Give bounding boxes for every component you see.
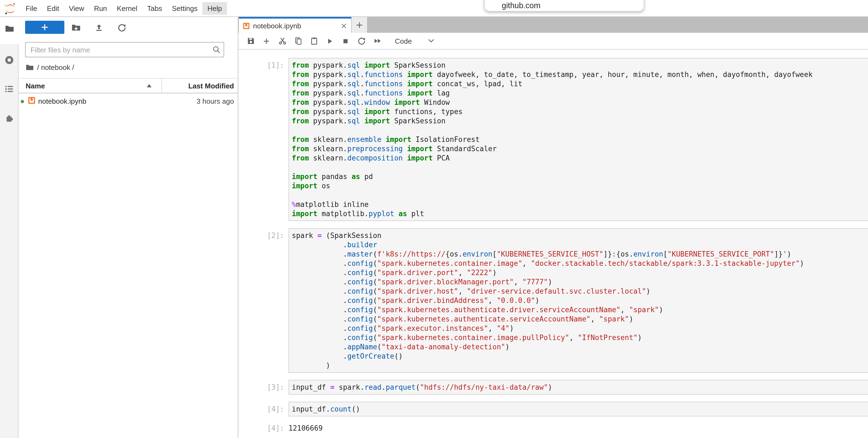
- extension-icon[interactable]: [4, 113, 14, 123]
- menu-kernel[interactable]: Kernel: [112, 2, 142, 14]
- code-line: .config("spark.kubernetes.authenticate.s…: [292, 314, 868, 324]
- code-line: .master(f'k8s://https://{os.environ["KUB…: [292, 250, 868, 259]
- breadcrumb-path: / notebook /: [37, 63, 74, 71]
- restart-run-all-button[interactable]: [369, 34, 385, 48]
- code-line: from pyspark.sql.window import Window: [292, 98, 868, 107]
- close-icon[interactable]: [340, 22, 347, 29]
- code-line: from pyspark.sql import SparkSession: [292, 61, 868, 70]
- tab-bar: notebook.ipynb: [238, 17, 868, 33]
- cell-type-value: Code: [395, 37, 412, 45]
- menu-help[interactable]: Help: [203, 2, 227, 14]
- add-cell-button[interactable]: [258, 34, 274, 48]
- code-line: .config("spark.executor.instances", "4"): [292, 324, 868, 333]
- code-line: .config("spark.driver.blockManager.port"…: [292, 277, 868, 287]
- cell-output: [4]:12106669: [238, 424, 868, 433]
- menu-run[interactable]: Run: [89, 2, 112, 14]
- cell-editor[interactable]: input_df.count(): [288, 402, 868, 416]
- dock-panel: notebook.ipynb: [238, 17, 868, 438]
- new-tab-button[interactable]: [352, 17, 367, 33]
- main-area: / notebook / Name Last Modified notebook…: [0, 17, 868, 438]
- code-line: .config("spark.kubernetes.authenticate.d…: [292, 305, 868, 314]
- folder-icon: [4, 24, 14, 33]
- code-line: [292, 125, 868, 135]
- save-button[interactable]: [243, 34, 258, 48]
- cell-input-prompt: [4]:: [238, 402, 288, 416]
- cell-editor[interactable]: from pyspark.sql import SparkSessionfrom…: [288, 58, 868, 221]
- code-line: .config("spark.driver.host", "driver-ser…: [292, 287, 868, 296]
- code-line: %matplotlib inline: [292, 200, 868, 209]
- code-line: from pyspark.sql.functions import lag: [292, 88, 868, 98]
- file-modified: 3 hours ago: [197, 97, 238, 105]
- running-sessions-icon[interactable]: [4, 55, 14, 65]
- paste-icon[interactable]: [306, 34, 322, 48]
- cell-input-prompt: [3]:: [238, 380, 288, 395]
- code-line: from pyspark.sql import SparkSession: [292, 116, 868, 125]
- code-line: [292, 191, 868, 200]
- menu-file[interactable]: File: [21, 2, 42, 14]
- new-folder-button[interactable]: [64, 21, 87, 34]
- menu-settings[interactable]: Settings: [167, 2, 203, 14]
- notebook-toolbar: Code: [238, 33, 868, 50]
- cell-editor[interactable]: input_df = spark.read.parquet("hdfs://hd…: [288, 380, 868, 395]
- plus-icon: [355, 21, 363, 29]
- file-row[interactable]: notebook.ipynb 3 hours ago: [19, 94, 238, 108]
- sort-ascending-icon: [147, 84, 152, 87]
- restart-kernel-button[interactable]: [353, 34, 369, 48]
- code-line: .getOrCreate(): [292, 351, 868, 361]
- copy-icon[interactable]: [290, 34, 306, 48]
- code-line: spark = (SparkSession: [292, 231, 868, 240]
- cell-output-text: 12106669: [288, 424, 322, 433]
- breadcrumb[interactable]: / notebook /: [19, 62, 238, 72]
- run-button[interactable]: [322, 34, 338, 48]
- cut-icon[interactable]: [274, 34, 290, 48]
- new-launcher-button[interactable]: [25, 21, 64, 34]
- cell-input-prompt: [2]:: [238, 228, 288, 373]
- jupyterlab-app: FileEditViewRunKernelTabsSettingsHelp gi…: [0, 0, 868, 438]
- filter-files-box: [25, 42, 224, 57]
- column-header-name[interactable]: Name: [19, 79, 162, 93]
- cell-input-prompt: [1]:: [238, 58, 288, 221]
- code-line: .config("spark.kubernetes.container.imag…: [292, 333, 868, 342]
- cell-editor[interactable]: spark = (SparkSession .builder .master(f…: [288, 228, 868, 373]
- file-name: notebook.ipynb: [38, 97, 197, 105]
- file-list-header: Name Last Modified: [19, 78, 238, 93]
- code-cell: [4]:input_df.count(): [238, 402, 868, 416]
- notebook-file-icon: [28, 97, 35, 106]
- menu-edit[interactable]: Edit: [42, 2, 64, 14]
- notebook-cells: [1]:from pyspark.sql import SparkSession…: [238, 58, 868, 433]
- file-browser-toolbar: [19, 20, 238, 34]
- menu-bar: FileEditViewRunKernelTabsSettingsHelp: [0, 0, 868, 17]
- sidebar-tab-filebrowser[interactable]: [0, 17, 19, 44]
- upload-button[interactable]: [87, 21, 110, 34]
- github-link-popup: github.com: [484, 0, 644, 11]
- toc-icon[interactable]: [4, 84, 14, 94]
- refresh-button[interactable]: [110, 21, 133, 34]
- code-line: from sklearn.ensemble import IsolationFo…: [292, 135, 868, 144]
- code-line: import matplotlib.pyplot as plt: [292, 209, 868, 218]
- cell-type-dropdown[interactable]: Code: [395, 37, 434, 45]
- stop-button[interactable]: [338, 34, 353, 48]
- code-cell: [2]:spark = (SparkSession .builder .mast…: [238, 228, 868, 373]
- code-line: import pandas as pd: [292, 172, 868, 181]
- jupyter-logo-icon: [3, 1, 18, 16]
- column-header-modified[interactable]: Last Modified: [162, 79, 238, 93]
- code-line: .config("spark.driver.bindAddress", "0.0…: [292, 296, 868, 305]
- code-line: .config("spark.driver.port", "2222"): [292, 268, 868, 277]
- filter-files-input[interactable]: [25, 42, 224, 57]
- code-line: input_df = spark.read.parquet("hdfs://hd…: [292, 383, 868, 392]
- sidebar-tab-strip: [0, 17, 19, 438]
- kernel-running-dot: [21, 99, 24, 103]
- code-cell: [3]:input_df = spark.read.parquet("hdfs:…: [238, 380, 868, 395]
- menu-items: FileEditViewRunKernelTabsSettingsHelp: [21, 0, 227, 17]
- notebook-file-icon: [243, 22, 250, 29]
- file-browser-panel: / notebook / Name Last Modified notebook…: [19, 17, 238, 438]
- tab-notebook[interactable]: notebook.ipynb: [239, 17, 351, 33]
- code-line: import os: [292, 181, 868, 191]
- code-line: from pyspark.sql.functions import concat…: [292, 79, 868, 88]
- code-line: from sklearn.decomposition import PCA: [292, 153, 868, 163]
- notebook-content: [1]:from pyspark.sql import SparkSession…: [238, 50, 868, 438]
- code-line: from pyspark.sql.functions import dayofw…: [292, 70, 868, 79]
- menu-view[interactable]: View: [64, 2, 89, 14]
- menu-tabs[interactable]: Tabs: [142, 2, 167, 14]
- chevron-down-icon: [428, 39, 434, 43]
